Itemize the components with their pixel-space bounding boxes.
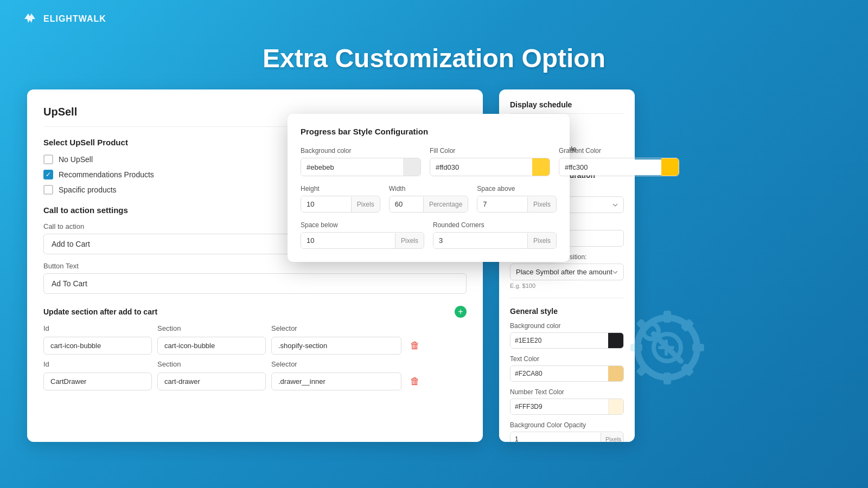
bg-color-label: Background color [301, 147, 421, 155]
space-above-input-row: Pixels [477, 196, 557, 213]
general-bg-color-input[interactable] [510, 333, 608, 348]
table-header-2: Id Section Selector [43, 360, 467, 368]
svg-rect-9 [636, 363, 649, 376]
fill-color-swatch[interactable] [532, 158, 550, 176]
height-input-row: Pixels [301, 196, 380, 213]
bg-opacity-label: Background Color Opacity [510, 421, 624, 429]
bg-opacity-input-row: Pixels [510, 432, 624, 442]
main-content: UpSell Select UpSell Product No UpSell ✓… [0, 73, 868, 442]
width-label: Width [389, 185, 469, 192]
width-unit: Percentage [423, 197, 468, 212]
gradient-color-label: Gradient Color [559, 147, 679, 155]
col-selector-2: Selector [271, 360, 401, 368]
modal-title: Progress bar Style Configuration [301, 127, 557, 136]
width-input-row: Percentage [389, 196, 469, 213]
table-header: Id Section Selector [43, 324, 467, 332]
space-below-field: Space below Pixels [301, 221, 424, 249]
fill-color-label: Fill Color [430, 147, 550, 155]
rounded-corners-input-row: Pixels [433, 232, 557, 249]
gradient-color-field: Gradient Color [559, 147, 679, 176]
col-id-2: Id [43, 360, 152, 368]
display-schedule-title: Display schedule [510, 100, 624, 114]
col-selector-1: Selector [271, 324, 401, 332]
general-bg-color-row [510, 332, 624, 349]
bg-color-input[interactable] [301, 159, 403, 175]
space-below-input[interactable] [301, 233, 395, 248]
space-below-label: Space below [301, 221, 424, 229]
recommendations-checkbox[interactable]: ✓ [43, 170, 53, 179]
currency-position-select[interactable]: Place Symbol after the amount [510, 264, 624, 280]
number-text-color-swatch[interactable] [608, 399, 623, 414]
gradient-color-swatch[interactable] [661, 158, 679, 176]
button-text-label: Button Text [43, 262, 467, 270]
currency-hint: E.g. $100 [510, 282, 624, 289]
space-below-unit: Pixels [395, 233, 424, 248]
text-color-input[interactable] [510, 367, 608, 381]
button-text-input[interactable] [43, 273, 467, 294]
row2-selector-input[interactable] [271, 373, 401, 390]
row2-delete-button[interactable]: 🗑 [407, 374, 423, 390]
gradient-color-input[interactable] [559, 159, 661, 175]
height-input[interactable] [301, 196, 351, 212]
row1-delete-button[interactable]: 🗑 [407, 338, 423, 354]
col-section-2: Section [157, 360, 266, 368]
number-text-color-field: Number Text Color [510, 388, 624, 415]
row1-id-input[interactable] [43, 337, 152, 355]
fill-color-input-row [430, 158, 550, 176]
height-label: Height [301, 185, 380, 192]
logo: ELIGHTWALK [22, 11, 106, 27]
fill-color-input[interactable] [430, 159, 532, 175]
update-section-title: Update section after add to cart [43, 307, 157, 316]
height-field: Height Pixels [301, 185, 380, 213]
number-text-color-input[interactable] [510, 400, 608, 414]
space-above-input[interactable] [477, 196, 527, 212]
fill-color-field: Fill Color [430, 147, 550, 176]
text-color-label: Text Color [510, 355, 624, 363]
no-upsell-checkbox[interactable] [43, 155, 53, 164]
general-bg-color-label: Background color [510, 322, 624, 330]
bg-color-field: Background color [301, 147, 421, 176]
text-color-field: Text Color [510, 355, 624, 382]
bg-opacity-input[interactable] [510, 432, 601, 442]
bg-color-input-row [301, 158, 421, 176]
row2-section-input[interactable] [157, 373, 266, 390]
row1-section-input[interactable] [157, 337, 266, 355]
row1-selector-input[interactable] [271, 337, 401, 355]
svg-rect-4 [630, 344, 642, 351]
rounded-corners-unit: Pixels [527, 233, 556, 248]
space-above-unit: Pixels [527, 197, 556, 212]
gradient-color-input-row [559, 158, 679, 176]
number-text-color-label: Number Text Color [510, 388, 624, 396]
upsell-panel: UpSell Select UpSell Product No UpSell ✓… [27, 89, 483, 442]
space-below-input-row: Pixels [301, 232, 424, 249]
page-title: Extra Customization Option [0, 43, 868, 73]
gear-icon [618, 299, 716, 396]
text-color-row [510, 365, 624, 382]
row2-id-input[interactable] [43, 373, 152, 390]
recommendations-label: Recommendations Products [59, 170, 154, 179]
bg-opacity-field: Background Color Opacity Pixels [510, 421, 624, 442]
svg-rect-3 [663, 373, 671, 384]
col-id-1: Id [43, 324, 152, 332]
general-style: General style Background color Text Colo… [510, 298, 624, 442]
height-unit: Pixels [351, 197, 380, 212]
space-above-field: Space above Pixels [477, 185, 557, 213]
bg-color-swatch[interactable] [403, 158, 420, 176]
color-fields: Background color Fill Color Gradient Col… [301, 147, 557, 176]
specific-products-checkbox[interactable] [43, 185, 53, 195]
gear-decoration [618, 299, 716, 399]
number-text-color-row [510, 399, 624, 415]
rounded-corners-input[interactable] [433, 233, 527, 248]
bg-opacity-unit: Pixels [601, 433, 624, 442]
width-input[interactable] [390, 196, 423, 212]
general-style-title: General style [510, 307, 624, 316]
header: ELIGHTWALK [0, 0, 868, 38]
specific-products-label: Spacific products [59, 185, 117, 194]
width-field: Width Percentage [389, 185, 469, 213]
rounded-corners-field: Rounded Corners Pixels [433, 221, 557, 249]
add-row-button[interactable]: + [455, 306, 467, 318]
logo-text: ELIGHTWALK [43, 14, 106, 24]
no-upsell-label: No UpSell [59, 155, 93, 164]
rounded-corners-label: Rounded Corners [433, 221, 557, 229]
table-row-2: 🗑 [43, 373, 467, 390]
